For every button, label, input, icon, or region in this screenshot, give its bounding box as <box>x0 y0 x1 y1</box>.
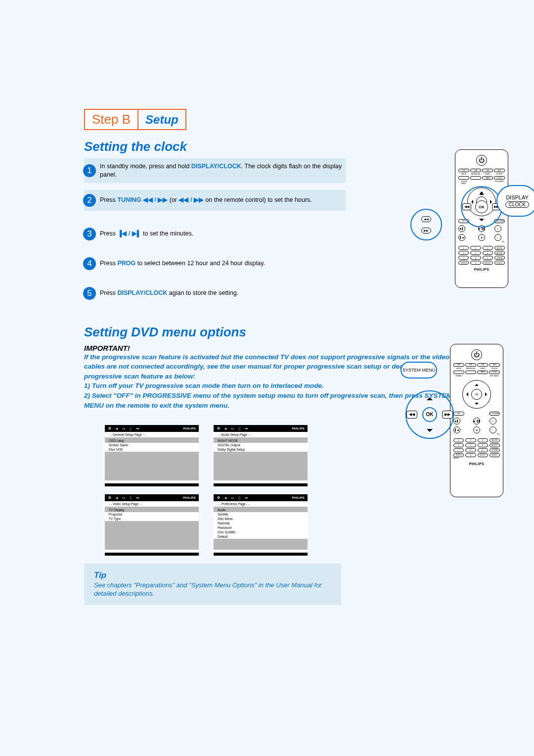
tip-body: See chapters "Preparations" and "System … <box>94 581 331 598</box>
step-text: Press DISPLAY/CLOCK agian to store the s… <box>100 289 346 297</box>
step-header: Step B Setup <box>84 109 460 130</box>
step-text: In standby mode, press and hold DISPLAY/… <box>100 162 342 179</box>
power-icon: ⏻ <box>476 155 487 166</box>
step-num: 3 <box>83 228 96 240</box>
step-5: 5 Press DISPLAY/CLOCK agian to store the… <box>84 287 346 300</box>
next-icon: ▶▌ <box>458 225 465 232</box>
callout-playback: ◀◀ ▶▶ <box>410 209 442 240</box>
vol-down-icon: − <box>494 234 501 241</box>
callout-ok-ring: ◀◀ ▶▶ OK <box>405 390 454 439</box>
step-num: 2 <box>83 194 96 207</box>
remote-illustration-2: ⏻ DISCUSBTUNAUX MODEREPEAT A-BSLEEPDISPL… <box>425 344 524 497</box>
numpad: 123MUTE 456AUDIO 789ZOOM PROG0GOTOSUBTI. <box>458 246 505 265</box>
video-icon: ▭ <box>122 426 126 430</box>
step-text: Press ▐◀ / ▶▌ to set the minutes. <box>100 230 346 238</box>
screen-preference: ✿🕩▭░⮕PHILIPS - - Preference Page - - Aud… <box>214 494 308 556</box>
power-icon: ⏻ <box>471 349 482 360</box>
up-arrow-icon <box>479 190 484 195</box>
up-arrow-icon <box>427 394 433 400</box>
setup-box: Setup <box>137 109 186 130</box>
brand-label: PHILIPS <box>458 268 505 271</box>
stop-icon: ■ <box>478 234 485 241</box>
step-3: 3 Press ▐◀ / ▶▌ to set the minutes. <box>84 228 346 240</box>
ffwd-icon: ▶▶ <box>442 411 453 419</box>
step-num: 5 <box>83 287 96 300</box>
section-title-dvd: Setting DVD menu options <box>84 325 460 340</box>
section-title-clock: Setting the clock <box>84 139 460 154</box>
screens-row-2: ✿🕩▭░⮕PHILIPS - - Video Setup Page - - TV… <box>84 494 460 556</box>
step-num: 1 <box>83 164 96 177</box>
brand-label: PHILIPS <box>453 462 500 466</box>
screen-video: ✿🕩▭░⮕PHILIPS - - Video Setup Page - - TV… <box>105 494 199 556</box>
tip-box: Tip See chapters "Preparations" and "Sys… <box>84 564 341 605</box>
ok-button: OK <box>471 389 482 400</box>
vol-up-icon: + <box>494 225 501 232</box>
callout-display-clock: DISPLAY CLOCK <box>496 185 534 217</box>
equalizer-icon: ░ <box>129 426 133 430</box>
important-title: IMPORTANT! <box>84 344 460 352</box>
callout-system-menu: SYSTEM MENU <box>400 362 437 378</box>
nav-ring: OK <box>462 380 491 409</box>
setup-label: Setup <box>145 113 178 127</box>
down-arrow-icon <box>427 429 433 435</box>
step-text: Press TUNING ◀◀ / ▶▶ (or ◀◀ / ▶▶ on the … <box>100 196 342 204</box>
rewind-icon: ◀◀ <box>462 203 471 210</box>
important-body: If the progressive scan feature is activ… <box>84 352 460 410</box>
step-2: 2 Press TUNING ◀◀ / ▶▶ (or ◀◀ / ▶▶ on th… <box>84 190 346 211</box>
step-4: 4 Press PROG to select between 12 hour a… <box>84 257 346 270</box>
exit-icon: ⮕ <box>135 426 139 430</box>
tip-title: Tip <box>94 570 331 580</box>
callout-nav: ◀◀ ▶▶ OK <box>461 186 502 228</box>
speaker-icon: 🕩 <box>115 426 119 430</box>
step-b-label: Step B <box>92 112 131 127</box>
rewind-icon: ◀◀ <box>421 216 431 222</box>
screens-row-1: ✿🕩▭░⮕PHILIPS - - General Setup Page - - … <box>84 425 460 486</box>
remote-body: ⏻ DISCUSBTUNAUX MODEREPEAT A-BSLEEPDISPL… <box>450 344 503 497</box>
clock-section: 1 In standby mode, press and hold DISPLA… <box>84 158 460 300</box>
step-1: 1 In standby mode, press and hold DISPLA… <box>84 158 346 183</box>
remote-illustration-1: ⏻ DISCUSBTUNAUX MODEREPEAT A-BSLEEPDISPL… <box>430 149 529 293</box>
numpad: 123MUTE 456AUDIO 789ZOOM PROG0GOTOSUBTI. <box>453 438 500 457</box>
step-text: Press PROG to select between 12 hour and… <box>100 259 346 268</box>
screen-general: ✿🕩▭░⮕PHILIPS - - General Setup Page - - … <box>105 425 199 486</box>
ok-label: OK <box>475 200 488 213</box>
step-b-box: Step B <box>84 109 137 130</box>
rewind-icon: ◀◀ <box>406 411 417 419</box>
screen-audio: ✿🕩▭░⮕PHILIPS - - Audio Setup Page - - NI… <box>214 425 308 486</box>
step-num: 4 <box>83 257 96 270</box>
ok-label: OK <box>422 407 437 422</box>
down-arrow-icon <box>479 219 484 224</box>
gear-icon: ✿ <box>108 426 112 430</box>
prev-icon: ▌◀ <box>458 234 465 241</box>
ffwd-icon: ▶▶ <box>421 228 431 234</box>
